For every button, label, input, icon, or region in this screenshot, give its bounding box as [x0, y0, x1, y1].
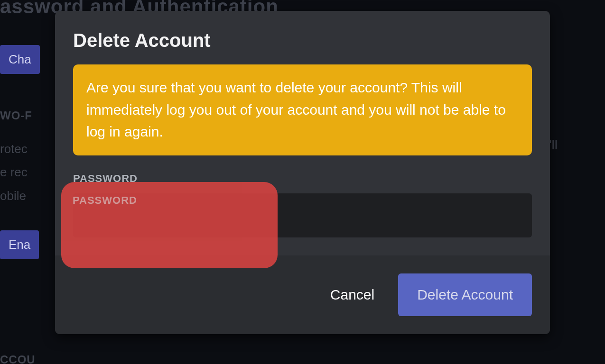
modal-body: Delete Account Are you sure that you wan… — [55, 11, 550, 255]
modal-footer: Cancel Delete Account — [55, 255, 550, 334]
delete-account-button[interactable]: Delete Account — [398, 273, 532, 316]
modal-title: Delete Account — [73, 30, 532, 51]
password-section: PASSWORD — [73, 173, 532, 237]
warning-banner: Are you sure that you want to delete you… — [73, 64, 532, 155]
cancel-button[interactable]: Cancel — [321, 282, 384, 308]
modal-overlay: Delete Account Are you sure that you wan… — [0, 0, 605, 364]
password-input[interactable] — [73, 193, 532, 237]
password-label: PASSWORD — [73, 173, 532, 185]
delete-account-modal: Delete Account Are you sure that you wan… — [55, 11, 550, 334]
